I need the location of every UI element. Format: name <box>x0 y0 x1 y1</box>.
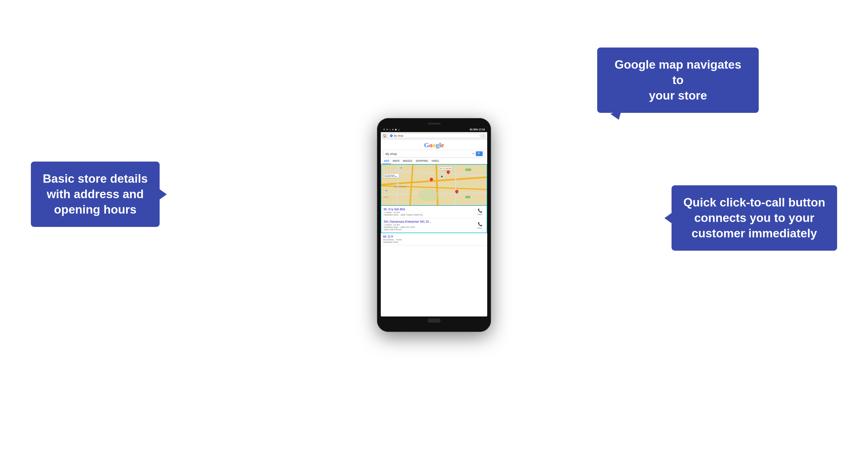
callout-call-text: Quick click-to-call buttonconnects you t… <box>683 196 825 240</box>
search-tabs: WEB MAPS IMAGES SHOPPING VIDEO <box>381 158 487 164</box>
map-label-selangor: SELANGOR <box>394 186 406 188</box>
status-bar: ⚙ ⊕ △ ⊗ ▣ △ 4G 90% 17:34 <box>381 127 487 132</box>
listing-1-info: Mr. D.iy Sdn Bhd 1 review · 4.5 km Hardw… <box>384 208 473 216</box>
home-icon[interactable]: 🏠 <box>383 134 387 138</box>
listing-2-name: SKL Damansara Enterprise/ SKL DI... <box>384 220 473 223</box>
call-label-2: CALL <box>477 227 483 229</box>
browser-url-text: diy shop <box>394 134 403 137</box>
listing-2-extra: Open until 8:00 pm <box>384 228 473 231</box>
tab-maps[interactable]: MAPS <box>391 158 401 164</box>
search-button[interactable]: 🔍 <box>476 151 483 156</box>
map-label-e35: E35 <box>399 167 403 169</box>
callout-call: Quick click-to-call buttonconnects you t… <box>672 185 837 251</box>
listing-2-category: Hardware Store · Jalan SS 21/60 <box>384 226 473 228</box>
browser-bar: 🏠 🔍 diy shop ⋮ <box>381 132 487 140</box>
listing-3-name: Mr. D.IY <box>383 235 485 238</box>
listing-1-name: Mr. D.iy Sdn Bhd <box>384 208 473 211</box>
call-icon-2: 📞 <box>478 222 483 227</box>
callout-store: Basic store detailswith address andopeni… <box>31 161 160 227</box>
call-icon-1: 📞 <box>478 208 483 213</box>
page-container: ⚙ ⊕ △ ⊗ ▣ △ 4G 90% 17:34 🏠 🔍 diy shop ⋮ … <box>0 0 868 450</box>
status-left-icons: ⚙ ⊕ △ ⊗ ▣ △ <box>383 128 400 131</box>
listing-3-category: Hardware Store <box>383 241 485 243</box>
google-search-bar[interactable]: diy shop ✕ 🔍 <box>383 150 485 157</box>
map-label-klang: Klang <box>383 196 388 198</box>
search-query-text: diy shop <box>385 152 472 156</box>
status-right-icons: 4G 90% 17:34 <box>470 128 485 131</box>
callout-map: Google map navigates toyour store <box>597 48 759 113</box>
google-content: Google diy shop ✕ 🔍 WEB MAPS IMAGES SHOP… <box>381 140 487 317</box>
phone-device: ⚙ ⊕ △ ⊗ ▣ △ 4G 90% 17:34 🏠 🔍 diy shop ⋮ … <box>377 118 491 332</box>
listing-2-info: SKL Damansara Enterprise/ SKL DI... 1 re… <box>384 220 473 231</box>
search-icon-browser: 🔍 <box>390 134 393 137</box>
listing-1[interactable]: Mr. D.iy Sdn Bhd 1 review · 4.5 km Hardw… <box>381 206 487 218</box>
phone-speaker <box>428 123 441 124</box>
callout-store-text: Basic store detailswith address andopeni… <box>43 172 148 216</box>
browser-url-box[interactable]: 🔍 diy shop <box>388 133 480 138</box>
callout-map-text: Google map navigates toyour store <box>615 58 741 102</box>
listing-2-call[interactable]: 📞 CALL <box>475 220 484 231</box>
listing-3-info: Mr. D.IY No reviews · 7.8 km Hardware St… <box>383 235 485 243</box>
tab-video[interactable]: VIDEO <box>430 158 441 164</box>
listing-2[interactable]: SKL Damansara Enterprise/ SKL DI... 1 re… <box>381 218 487 233</box>
map-area[interactable]: E35 SELANGOR Klang B116 B19 E30 SKL Dama… <box>381 164 487 206</box>
map-label-b116: B116 <box>466 169 471 171</box>
map-label-b19: B19 <box>466 196 470 198</box>
map-store-label-skl: SKL DamansaraEnterprise/ SKL DIY... <box>383 174 399 178</box>
listing-1-review: 1 review · 4.5 km <box>384 211 473 214</box>
listing-3-review: No reviews · 7.8 km <box>383 239 485 241</box>
listing-3[interactable]: Mr. D.IY No reviews · 7.8 km Hardware St… <box>381 233 487 245</box>
call-label-1: CALL <box>477 213 483 215</box>
map-label-e30: E30 <box>384 190 388 191</box>
menu-icon[interactable]: ⋮ <box>482 133 485 138</box>
listing-1-category: Hardware Store · Jalan Tuanku Abdul Ra..… <box>384 214 473 216</box>
tab-images[interactable]: IMAGES <box>401 158 414 164</box>
phone-screen: ⚙ ⊕ △ ⊗ ▣ △ 4G 90% 17:34 🏠 🔍 diy shop ⋮ … <box>381 127 487 317</box>
phone-home-button[interactable] <box>428 319 441 323</box>
tab-web[interactable]: WEB <box>382 158 391 164</box>
map-store-label-mr-diy: Mr. D.i.y Sdn Bhd <box>439 167 452 170</box>
listing-1-call[interactable]: 📞 CALL <box>475 208 484 216</box>
listing-2-review: 1 review · 5.5 km <box>384 223 473 226</box>
google-logo: Google <box>381 140 487 150</box>
clear-icon[interactable]: ✕ <box>472 152 474 155</box>
tab-shopping[interactable]: SHOPPING <box>414 158 430 164</box>
